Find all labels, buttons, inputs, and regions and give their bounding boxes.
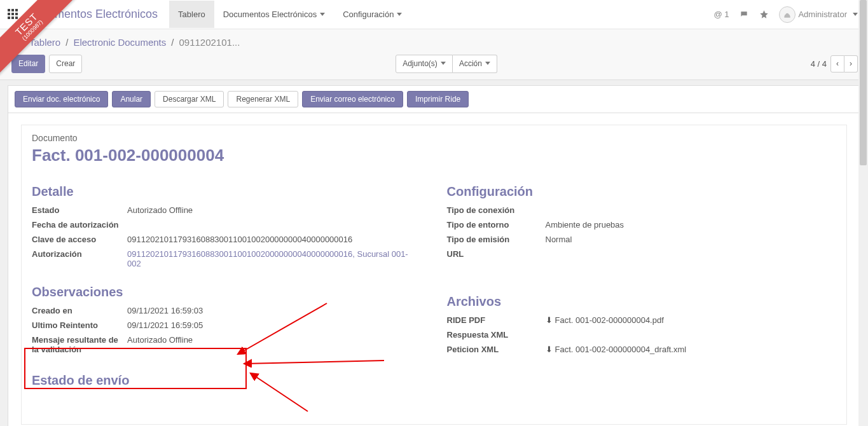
pager-next-button[interactable]: › bbox=[844, 55, 858, 72]
tipo-emision-label: Tipo de emisión bbox=[447, 235, 546, 244]
attachments-dropdown[interactable]: Adjunto(s) bbox=[396, 55, 453, 73]
top-nav: Documentos Electrónicos Tablero Document… bbox=[0, 0, 868, 29]
vertical-scrollbar[interactable] bbox=[858, 0, 868, 426]
send-email-button[interactable]: Enviar correo electrónico bbox=[302, 91, 403, 107]
section-envio: Estado de envío bbox=[32, 373, 422, 388]
peticion-xml-link[interactable]: ⬇Fact. 001-002-000000004_draft.xml bbox=[546, 345, 837, 354]
breadcrumb-tablero[interactable]: Tablero bbox=[29, 37, 60, 48]
favorite-star-icon[interactable] bbox=[11, 36, 24, 48]
fecha-autorizacion-label: Fecha de autorización bbox=[32, 220, 127, 230]
nav-tab-documentos[interactable]: Documentos Electrónicos bbox=[214, 1, 334, 28]
estado-label: Estado bbox=[32, 205, 127, 215]
send-edoc-button[interactable]: Enviar doc. electrónico bbox=[15, 91, 108, 107]
peticion-xml-label: Peticion XML bbox=[447, 345, 546, 354]
tipo-conexion-label: Tipo de conexión bbox=[447, 205, 546, 215]
avatar bbox=[779, 6, 796, 23]
estado-value: Autorizado Offline bbox=[127, 205, 422, 215]
section-detalle: Detalle bbox=[32, 184, 422, 199]
section-archivos: Archivos bbox=[447, 294, 837, 309]
create-button[interactable]: Crear bbox=[49, 55, 82, 73]
messages-icon[interactable]: @ 1 bbox=[713, 10, 729, 19]
download-xml-button[interactable]: Descargar XML bbox=[155, 91, 224, 107]
download-icon: ⬇ bbox=[546, 315, 553, 325]
apps-icon[interactable] bbox=[8, 9, 19, 20]
fecha-autorizacion-value bbox=[127, 220, 422, 230]
chat-icon[interactable] bbox=[739, 10, 749, 19]
respuesta-xml-value bbox=[546, 330, 837, 340]
tipo-entorno-label: Tipo de entorno bbox=[447, 220, 546, 230]
creado-en-value: 09/11/2021 16:59:03 bbox=[127, 306, 422, 315]
mensaje-validacion-value: Autorizado Offline bbox=[127, 335, 422, 354]
download-icon: ⬇ bbox=[546, 345, 553, 354]
edit-button[interactable]: Editar bbox=[11, 55, 45, 73]
form-sheet: Documento Fact. 001-002-000000004 Detall… bbox=[8, 113, 860, 426]
section-observaciones: Observaciones bbox=[32, 285, 422, 299]
action-dropdown[interactable]: Acción bbox=[453, 55, 497, 73]
tipo-conexion-value bbox=[546, 205, 837, 215]
nav-tab-tablero[interactable]: Tablero bbox=[169, 1, 214, 28]
control-panel: Tablero / Electronic Documents / 0911202… bbox=[0, 29, 868, 80]
pager-text: 4 / 4 bbox=[811, 59, 827, 69]
url-value bbox=[546, 249, 837, 259]
respuesta-xml-label: Respuesta XML bbox=[447, 330, 546, 340]
pager-prev-button[interactable]: ‹ bbox=[830, 55, 844, 72]
user-name: Administrator bbox=[798, 10, 847, 19]
regenerate-xml-button[interactable]: Regenerar XML bbox=[228, 91, 298, 107]
print-ride-button[interactable]: Imprimir Ride bbox=[407, 91, 469, 107]
breadcrumb-edocs[interactable]: Electronic Documents bbox=[73, 37, 166, 48]
breadcrumb-current: 0911202101... bbox=[179, 37, 240, 48]
brand-title: Documentos Electrónicos bbox=[28, 8, 158, 21]
mensaje-validacion-label: Mensaje resultante de la validación bbox=[32, 335, 127, 354]
section-configuracion: Configuración bbox=[447, 184, 837, 199]
user-menu[interactable]: Administrator bbox=[779, 6, 858, 23]
creado-en-label: Creado en bbox=[32, 306, 127, 315]
url-label: URL bbox=[447, 249, 546, 259]
star-icon[interactable] bbox=[759, 10, 769, 19]
tipo-emision-value: Normal bbox=[546, 235, 837, 244]
statusbar: Enviar doc. electrónico Anular Descargar… bbox=[8, 85, 860, 113]
clave-acceso-label: Clave de acceso bbox=[32, 235, 127, 244]
ride-pdf-link[interactable]: ⬇Fact. 001-002-000000004.pdf bbox=[546, 315, 837, 325]
nav-tab-configuracion[interactable]: Configuración bbox=[334, 1, 411, 28]
doc-label: Documento bbox=[32, 133, 836, 143]
breadcrumb: Tablero / Electronic Documents / 0911202… bbox=[11, 36, 858, 48]
anular-button[interactable]: Anular bbox=[112, 91, 151, 107]
autorizacion-label: Autorización bbox=[32, 249, 127, 268]
ultimo-reintento-value: 09/11/2021 16:59:05 bbox=[127, 320, 422, 330]
ultimo-reintento-label: Ultimo Reintento bbox=[32, 320, 127, 330]
clave-acceso-value: 0911202101179316088300110010020000000040… bbox=[127, 235, 422, 244]
tipo-entorno-value: Ambiente de pruebas bbox=[546, 220, 837, 230]
chevron-down-icon bbox=[850, 10, 858, 19]
ride-pdf-label: RIDE PDF bbox=[447, 315, 546, 325]
doc-title: Fact. 001-002-000000004 bbox=[32, 146, 836, 165]
autorizacion-value[interactable]: 0911202101179316088300110010020000000040… bbox=[127, 249, 422, 268]
